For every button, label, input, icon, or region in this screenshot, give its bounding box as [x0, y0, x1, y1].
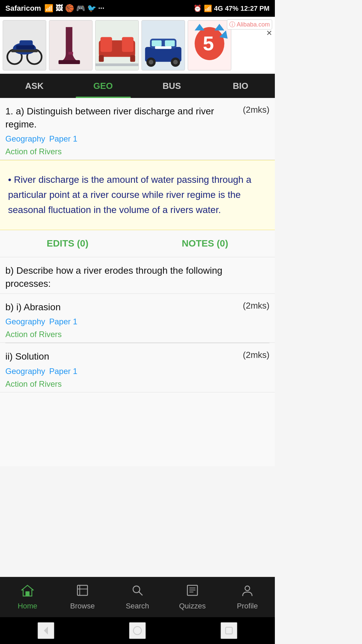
battery-label: 47%: [225, 5, 238, 12]
bottom-nav-home-label: Home: [18, 602, 38, 610]
svg-point-44: [245, 586, 250, 591]
question-1a-tags: Geography Paper 1: [5, 134, 269, 144]
question-1b-i-row: b) i) Abrasion (2mks): [5, 301, 269, 314]
tab-ask[interactable]: ASK: [0, 74, 69, 98]
ad-alibaba-logo: ⓘ Alibaba.com: [227, 19, 272, 30]
svg-rect-12: [101, 37, 112, 52]
ad-thumb-boots[interactable]: [49, 20, 93, 70]
question-1a-topic-row: Action of Rivers: [5, 147, 269, 156]
tag-paper-1a[interactable]: Paper 1: [49, 134, 77, 144]
tag-subject-1bii[interactable]: Geography: [5, 367, 45, 376]
bottom-nav-browse[interactable]: Browse: [55, 584, 110, 610]
tab-bus[interactable]: BUS: [137, 74, 206, 98]
bottom-nav-browse-label: Browse: [70, 602, 95, 610]
tag-topic-1a[interactable]: Action of Rivers: [5, 147, 62, 156]
bottom-nav-quizzes[interactable]: Quizzes: [165, 584, 220, 610]
tag-subject-1bi[interactable]: Geography: [5, 317, 45, 326]
bottom-nav-home[interactable]: Home: [0, 584, 55, 610]
edits-notes-row: EDITS (0) NOTES (0): [0, 230, 275, 257]
bottom-nav: Home Browse Search: [0, 577, 275, 617]
question-1a: 1. a) Distinguish between river discharg…: [0, 98, 275, 160]
svg-rect-9: [68, 52, 73, 54]
main-content: 1. a) Distinguish between river discharg…: [0, 98, 275, 466]
info-icon: ⓘ: [229, 20, 235, 29]
alibaba-label: Alibaba.com: [237, 21, 270, 28]
bottom-nav-search-label: Search: [126, 602, 149, 610]
svg-rect-6: [11, 49, 38, 52]
question-1b-i-marks: (2mks): [243, 301, 269, 311]
bottom-nav-search[interactable]: Search: [110, 584, 165, 610]
tag-topic-1bi[interactable]: Action of Rivers: [5, 330, 62, 339]
ad-banner: 5 ⓘ Alibaba.com ✕: [0, 17, 275, 74]
svg-rect-15: [130, 55, 135, 62]
svg-rect-37: [77, 589, 87, 589]
home-icon: [21, 584, 34, 600]
svg-line-39: [139, 592, 142, 595]
bottom-nav-profile-label: Profile: [237, 602, 258, 610]
back-button[interactable]: [38, 622, 54, 639]
svg-text:5: 5: [203, 32, 214, 54]
svg-rect-26: [155, 46, 171, 49]
svg-rect-36: [79, 585, 80, 595]
question-1b-intro-text: b) Describe how a river erodes through t…: [5, 265, 222, 289]
ad-thumb-balloon[interactable]: 5: [188, 20, 231, 70]
answer-box-1a: • River discharge is the amount of water…: [0, 160, 275, 230]
question-1b-i-topic-row: Action of Rivers: [5, 330, 269, 339]
wifi-icon: 📶: [204, 4, 212, 12]
ad-thumb-car[interactable]: [141, 20, 185, 70]
status-bar-left: Safaricom 📶 🖼 🏀 🎮 🐦 ···: [5, 4, 104, 13]
svg-rect-34: [25, 591, 29, 596]
system-nav: [0, 617, 275, 644]
svg-rect-14: [99, 55, 104, 62]
tab-geo[interactable]: GEO: [69, 74, 137, 98]
status-icons: 📶 🖼 🏀 🎮 🐦 ···: [44, 4, 104, 13]
ad-thumb-motorcycle[interactable]: [3, 20, 46, 70]
svg-rect-20: [152, 40, 162, 46]
question-1b-i-tags: Geography Paper 1: [5, 317, 269, 326]
quizzes-icon: [186, 584, 199, 600]
svg-rect-16: [96, 63, 138, 66]
svg-point-25: [173, 60, 178, 64]
svg-point-46: [133, 627, 141, 635]
status-bar: Safaricom 📶 🖼 🏀 🎮 🐦 ··· ⏰ 📶 4G 47% 12:27…: [0, 0, 275, 17]
nav-tabs: ASK GEO BUS BIO: [0, 74, 275, 98]
status-bar-right: ⏰ 📶 4G 47% 12:27 PM: [193, 4, 269, 12]
question-1a-marks: (2mks): [243, 105, 269, 115]
tag-paper-1bii[interactable]: Paper 1: [49, 367, 77, 376]
answer-text-1a: • River discharge is the amount of water…: [8, 172, 267, 217]
recents-button[interactable]: [221, 622, 237, 639]
home-button[interactable]: [129, 622, 146, 639]
question-1b-intro: b) Describe how a river erodes through t…: [0, 257, 275, 294]
svg-rect-5: [16, 45, 34, 49]
search-icon: [131, 584, 144, 600]
browse-icon: [76, 584, 89, 600]
notes-button[interactable]: NOTES (0): [182, 238, 228, 249]
tab-bio[interactable]: BIO: [206, 74, 275, 98]
tag-subject-1a[interactable]: Geography: [5, 134, 45, 144]
question-1b-i-text: b) i) Abrasion: [5, 301, 240, 314]
question-1b-ii-topic-row: Action of Rivers: [5, 379, 269, 389]
profile-icon: [241, 584, 254, 600]
ad-close-button[interactable]: ✕: [266, 29, 272, 38]
bottom-nav-quizzes-label: Quizzes: [179, 602, 205, 610]
question-1b-i: b) i) Abrasion (2mks) Geography Paper 1 …: [0, 294, 275, 343]
svg-marker-45: [44, 627, 48, 635]
question-1b-ii-row: ii) Solution (2mks): [5, 350, 269, 363]
question-1b-ii: ii) Solution (2mks) Geography Paper 1 Ac…: [0, 343, 275, 392]
svg-rect-21: [165, 40, 175, 46]
bottom-nav-profile[interactable]: Profile: [220, 584, 275, 610]
svg-rect-35: [77, 585, 87, 595]
edits-button[interactable]: EDITS (0): [47, 238, 88, 249]
tag-paper-1bi[interactable]: Paper 1: [49, 317, 77, 326]
time-label: 12:27 PM: [240, 5, 269, 12]
question-1a-row: 1. a) Distinguish between river discharg…: [5, 105, 269, 131]
tag-topic-1bii[interactable]: Action of Rivers: [5, 379, 62, 389]
question-1a-text: 1. a) Distinguish between river discharg…: [5, 105, 240, 131]
alarm-icon: ⏰: [193, 4, 202, 12]
ad-thumb-sofa[interactable]: [95, 20, 139, 70]
svg-rect-8: [59, 60, 80, 64]
svg-rect-47: [226, 627, 232, 634]
svg-rect-13: [122, 37, 133, 52]
question-1b-ii-tags: Geography Paper 1: [5, 367, 269, 376]
question-1b-ii-marks: (2mks): [243, 350, 269, 360]
